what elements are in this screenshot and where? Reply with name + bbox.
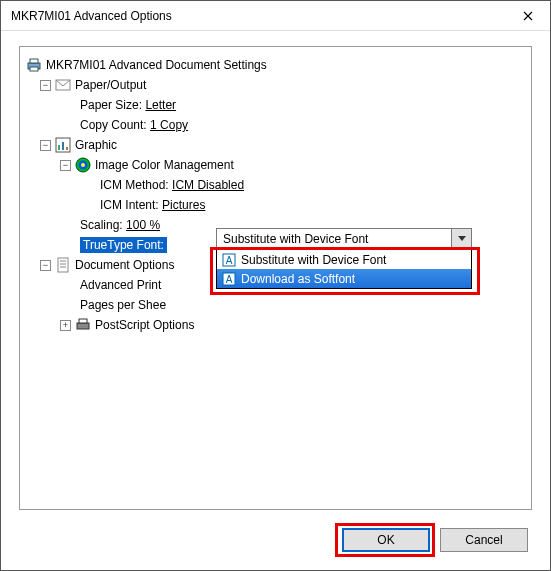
collapse-icon[interactable]: −	[60, 160, 71, 171]
paper-output-label: Paper/Output	[75, 78, 146, 92]
collapse-icon[interactable]: −	[40, 80, 51, 91]
close-button[interactable]	[505, 1, 550, 31]
combo-dropdown-button[interactable]	[451, 229, 471, 249]
close-icon	[523, 11, 533, 21]
ok-button[interactable]: OK	[342, 528, 430, 552]
dialog-window: MKR7MI01 Advanced Options MKR7MI01 Advan…	[0, 0, 551, 571]
svg-text:A: A	[226, 255, 233, 266]
combo-option-label: Download as Softfont	[241, 272, 355, 286]
cancel-button[interactable]: Cancel	[440, 528, 528, 552]
tree-icm-method[interactable]: ICM Method: ICM Disabled	[26, 175, 525, 195]
paper-size-label: Paper Size:	[80, 98, 142, 112]
title-bar: MKR7MI01 Advanced Options	[1, 1, 550, 31]
document-icon	[55, 257, 71, 273]
svg-rect-5	[58, 145, 60, 150]
combo-option-label: Substitute with Device Font	[241, 253, 386, 267]
color-circle-icon	[75, 157, 91, 173]
icm-method-label: ICM Method:	[100, 178, 169, 192]
svg-rect-7	[66, 147, 68, 150]
tree-copy-count[interactable]: Copy Count: 1 Copy	[26, 115, 525, 135]
graphic-label: Graphic	[75, 138, 117, 152]
window-title: MKR7MI01 Advanced Options	[11, 9, 172, 23]
pages-per-sheet-label: Pages per Shee	[80, 298, 166, 312]
document-options-label: Document Options	[75, 258, 174, 272]
combo-option-substitute[interactable]: A Substitute with Device Font	[217, 250, 471, 269]
copy-count-value: 1 Copy	[150, 118, 188, 132]
font-icon: A	[221, 252, 237, 268]
svg-rect-6	[62, 142, 64, 150]
chevron-down-icon	[458, 236, 466, 242]
truetype-font-dropdown: A Substitute with Device Font A Download…	[216, 249, 472, 289]
truetype-font-combo-wrap: Substitute with Device Font A Substitute…	[216, 228, 472, 289]
svg-rect-11	[58, 258, 68, 272]
truetype-font-label: TrueType Font:	[80, 237, 167, 253]
font-icon: A	[221, 271, 237, 287]
scaling-value: 100 %	[126, 218, 160, 232]
combo-selected-text: Substitute with Device Font	[217, 232, 451, 246]
tree-paper-size[interactable]: Paper Size: Letter	[26, 95, 525, 115]
truetype-font-combo[interactable]: Substitute with Device Font	[216, 228, 472, 250]
icm-method-value: ICM Disabled	[172, 178, 244, 192]
scaling-label: Scaling:	[80, 218, 123, 232]
svg-rect-2	[30, 67, 38, 71]
tree-icm-intent[interactable]: ICM Intent: Pictures	[26, 195, 525, 215]
tree-icm[interactable]: − Image Color Management	[26, 155, 525, 175]
tree-paper-output[interactable]: − Paper/Output	[26, 75, 525, 95]
icm-intent-label: ICM Intent:	[100, 198, 159, 212]
svg-rect-1	[30, 59, 38, 63]
printer-icon	[75, 317, 91, 333]
tree-root[interactable]: MKR7MI01 Advanced Document Settings	[26, 55, 525, 75]
icm-intent-value: Pictures	[162, 198, 205, 212]
svg-rect-16	[79, 319, 87, 323]
tree-panel: MKR7MI01 Advanced Document Settings − Pa…	[19, 46, 532, 510]
printer-icon	[26, 57, 42, 73]
collapse-icon[interactable]: −	[40, 140, 51, 151]
paper-size-value: Letter	[145, 98, 176, 112]
collapse-icon[interactable]: −	[40, 260, 51, 271]
tree-root-label: MKR7MI01 Advanced Document Settings	[46, 58, 267, 72]
copy-count-label: Copy Count:	[80, 118, 147, 132]
chart-icon	[55, 137, 71, 153]
postscript-options-label: PostScript Options	[95, 318, 194, 332]
icm-label: Image Color Management	[95, 158, 234, 172]
envelope-icon	[55, 77, 71, 93]
button-bar: OK Cancel	[342, 528, 528, 552]
svg-text:A: A	[226, 274, 233, 285]
settings-tree: MKR7MI01 Advanced Document Settings − Pa…	[26, 55, 525, 335]
expand-icon[interactable]: +	[60, 320, 71, 331]
tree-pages-per-sheet[interactable]: Pages per Shee	[26, 295, 525, 315]
tree-graphic[interactable]: − Graphic	[26, 135, 525, 155]
tree-postscript-options[interactable]: + PostScript Options	[26, 315, 525, 335]
svg-point-10	[81, 163, 85, 167]
svg-rect-15	[77, 323, 89, 329]
combo-option-download-softfont[interactable]: A Download as Softfont	[217, 269, 471, 288]
advanced-print-label: Advanced Print	[80, 278, 161, 292]
